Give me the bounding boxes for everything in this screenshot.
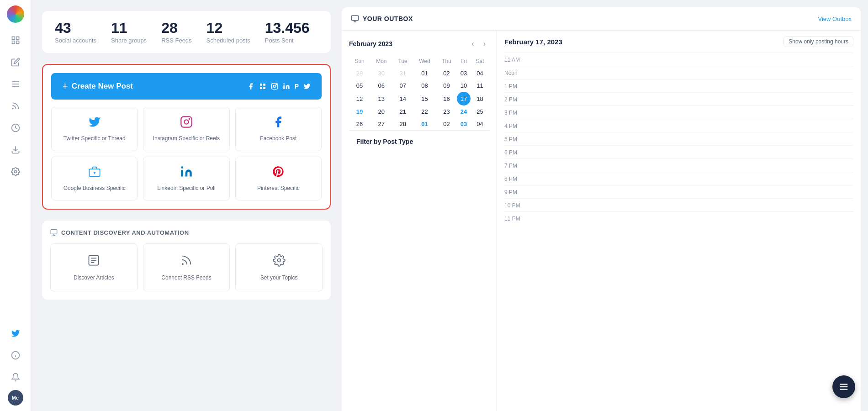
twitter-label: Twitter Specific or Thread [64, 135, 126, 142]
svg-point-10 [14, 171, 16, 173]
content-discovery-title: CONTENT DISCOVERY AND AUTOMATION [61, 229, 189, 236]
time-slot-label: 4 PM [504, 122, 526, 129]
instagram-icon [180, 116, 193, 132]
calendar-day[interactable]: 28 [392, 118, 413, 130]
stat-scheduled-posts-label: Scheduled posts [206, 37, 250, 44]
sidebar-item-notifications[interactable] [6, 368, 25, 386]
calendar-next-button[interactable]: › [480, 38, 489, 50]
calendar-day[interactable]: 01 [413, 118, 436, 130]
post-type-google[interactable]: Google Business Specific [51, 157, 138, 201]
time-slot-label: 2 PM [504, 95, 526, 103]
calendar-day[interactable]: 19 [349, 105, 370, 118]
post-type-pinterest[interactable]: Pinterest Specific [235, 157, 322, 201]
connect-rss-item[interactable]: Connect RSS Feeds [143, 243, 230, 291]
svg-rect-0 [12, 37, 15, 40]
calendar-day[interactable]: 02 [436, 67, 457, 79]
discover-articles-item[interactable]: Discover Articles [50, 243, 138, 291]
time-slot: 5 PM [504, 132, 853, 145]
calendar-day[interactable]: 10 [457, 79, 471, 92]
svg-point-19 [273, 85, 275, 88]
calendar-day[interactable]: 07 [392, 79, 413, 92]
svg-rect-1 [16, 37, 19, 40]
sidebar-item-compose[interactable] [6, 53, 25, 71]
outbox-container: YOUR OUTBOX View Outbox February 2023 ‹ … [342, 0, 868, 411]
google-business-icon [88, 165, 101, 181]
svg-point-24 [189, 118, 191, 120]
sidebar-item-schedule[interactable] [6, 119, 25, 137]
app-logo[interactable] [7, 5, 24, 23]
calendar-day[interactable]: 09 [436, 79, 457, 92]
avatar[interactable]: Me [8, 390, 23, 406]
calendar-day[interactable]: 05 [349, 79, 370, 92]
calendar-day[interactable]: 02 [436, 118, 457, 130]
post-type-instagram[interactable]: Instagram Specific or Reels [143, 107, 229, 151]
calendar-day[interactable]: 31 [392, 67, 413, 79]
calendar-day[interactable]: 26 [349, 118, 370, 130]
show-posting-hours-button[interactable]: Show only posting hours [783, 36, 853, 47]
twitter-icon [88, 116, 101, 132]
calendar-day[interactable]: 11 [471, 79, 489, 92]
time-slot-label: 7 PM [504, 162, 526, 169]
main-content: 43 Social accounts 11 Share groups 28 RS… [31, 0, 868, 411]
calendar-prev-button[interactable]: ‹ [468, 38, 477, 50]
time-slot-label: 5 PM [504, 135, 526, 142]
calendar-day[interactable]: 22 [413, 105, 436, 118]
calendar-day[interactable]: 18 [471, 92, 489, 105]
calendar-day[interactable]: 04 [471, 118, 489, 130]
calendar-day[interactable]: 20 [370, 105, 392, 118]
calendar-day[interactable]: 27 [370, 118, 392, 130]
svg-point-36 [182, 263, 183, 264]
time-slot: 10 PM [504, 198, 853, 211]
sidebar-item-feed[interactable] [6, 75, 25, 93]
calendar-day[interactable]: 08 [413, 79, 436, 92]
sidebar-item-download[interactable] [6, 141, 25, 159]
set-topics-icon [273, 254, 286, 270]
fab-button[interactable] [832, 375, 855, 398]
set-topics-item[interactable]: Set your Topics [235, 243, 323, 291]
selected-date-title: February 17, 2023 [504, 38, 562, 46]
svg-rect-3 [16, 41, 19, 44]
sidebar-item-info[interactable] [6, 346, 25, 364]
stat-share-groups-label: Share groups [111, 37, 147, 44]
calendar-day[interactable]: 03 [457, 67, 471, 79]
calendar-day[interactable]: 01 [413, 67, 436, 79]
calendar-day[interactable]: 16 [436, 92, 457, 105]
stat-rss-feeds-label: RSS Feeds [161, 37, 191, 44]
sidebar-item-rss[interactable] [6, 97, 25, 115]
sidebar-item-twitter[interactable] [6, 324, 25, 342]
calendar-day[interactable]: 25 [471, 105, 489, 118]
discover-articles-icon [87, 254, 100, 270]
create-post-label: Create New Post [72, 82, 133, 91]
post-type-linkedin[interactable]: Linkedin Specific or Poll [143, 157, 229, 201]
time-slot-label: Noon [504, 69, 526, 76]
time-slot-label: 11 AM [504, 56, 526, 63]
calendar-day[interactable]: 03 [457, 118, 471, 130]
calendar-day[interactable]: 17 [457, 92, 471, 105]
sidebar-item-dashboard[interactable] [6, 31, 25, 49]
linkedin-icon [180, 165, 193, 181]
calendar-day[interactable]: 24 [457, 105, 471, 118]
post-type-twitter[interactable]: Twitter Specific or Thread [51, 107, 138, 151]
time-slot-label: 10 PM [504, 201, 526, 209]
svg-rect-22 [181, 117, 191, 127]
calendar-day[interactable]: 21 [392, 105, 413, 118]
create-new-post-button[interactable]: + Create New Post P [51, 73, 322, 100]
view-outbox-link[interactable]: View Outbox [818, 16, 852, 22]
time-slot-label: 8 PM [504, 175, 526, 182]
calendar-day[interactable]: 12 [349, 92, 370, 105]
calendar-day[interactable]: 29 [349, 67, 370, 79]
svg-rect-17 [263, 87, 265, 90]
calendar-day[interactable]: 30 [370, 67, 392, 79]
post-type-facebook[interactable]: Facebook Post [235, 107, 322, 151]
calendar-day[interactable]: 15 [413, 92, 436, 105]
calendar-day[interactable]: 23 [436, 105, 457, 118]
connect-rss-label: Connect RSS Feeds [161, 274, 211, 281]
calendar-day[interactable]: 04 [471, 67, 489, 79]
stat-scheduled-posts: 12 Scheduled posts [206, 20, 250, 44]
sidebar-item-settings[interactable] [6, 163, 25, 181]
calendar-grid: SunMonTueWedThuFriSat 293031010203040506… [349, 55, 489, 130]
time-slot-label: 9 PM [504, 188, 526, 195]
calendar-day[interactable]: 06 [370, 79, 392, 92]
calendar-day[interactable]: 14 [392, 92, 413, 105]
calendar-day[interactable]: 13 [370, 92, 392, 105]
